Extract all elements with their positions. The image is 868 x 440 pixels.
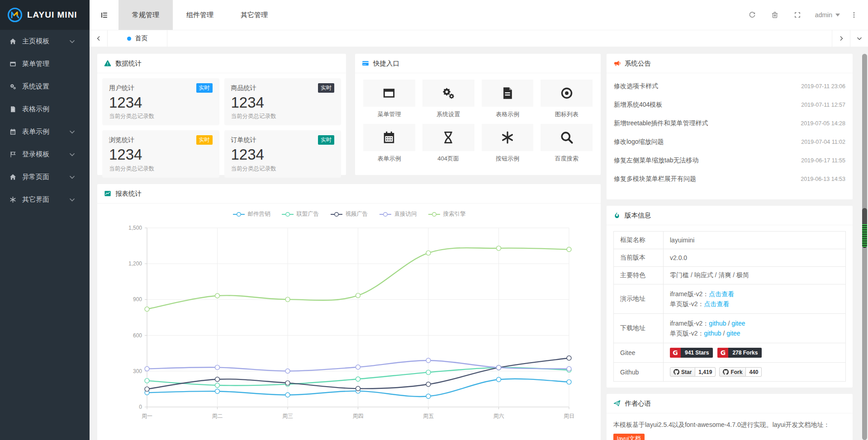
chart-legend: 邮件营销联盟广告视频广告直接访问搜索引擎 <box>97 210 601 218</box>
tab-scroll-right-button[interactable] <box>832 30 850 47</box>
menu-collapse-button[interactable] <box>90 0 119 30</box>
version-info-header: 版本信息 <box>607 206 853 225</box>
legend-marker-icon <box>379 212 392 217</box>
bullhorn-icon <box>613 60 621 67</box>
link-gitee[interactable]: gitee <box>731 320 745 327</box>
tab-home-label: 首页 <box>135 34 148 43</box>
legend-item-联盟广告[interactable]: 联盟广告 <box>281 210 319 218</box>
sidebar-item-系统设置[interactable]: 系统设置 <box>0 75 90 98</box>
tab-operations-button[interactable] <box>850 30 868 47</box>
page-content: 数据统计 用户统计 实时 1234 当前分类总记录数 商品统计 实时 1234 … <box>90 47 868 440</box>
github-fork-badge[interactable]: Fork440 <box>719 367 762 377</box>
quick-entry-label: 404页面 <box>422 155 474 163</box>
version-value: 零门槛 / 响应式 / 清爽 / 极简 <box>670 271 749 279</box>
realtime-badge: 实时 <box>196 135 213 145</box>
user-dropdown[interactable]: admin <box>809 11 846 19</box>
version-row-label: 框架名称 <box>614 232 664 249</box>
svg-text:周日: 周日 <box>564 413 574 419</box>
legend-label: 搜索引擎 <box>443 210 466 218</box>
notice-text: 修改选项卡样式 <box>614 82 658 90</box>
version-value: layuimini <box>670 237 694 244</box>
notice-item[interactable]: 修改logo缩放问题 2019-07-04 11:02 <box>614 132 845 151</box>
legend-item-搜索引擎[interactable]: 搜索引擎 <box>428 210 466 218</box>
notice-text: 修复左侧菜单缩放tab无法移动 <box>614 156 698 165</box>
legend-item-视频广告[interactable]: 视频广告 <box>330 210 368 218</box>
link-点击查看[interactable]: 点击查看 <box>709 290 734 298</box>
tab-scroll-left-button[interactable] <box>90 30 108 47</box>
svg-text:900: 900 <box>133 296 142 303</box>
quick-entry-百度搜索[interactable]: 百度搜索 <box>541 124 593 163</box>
refresh-button[interactable] <box>741 0 764 30</box>
svg-text:周六: 周六 <box>493 413 504 419</box>
fullscreen-button[interactable] <box>786 0 809 30</box>
author-words-header: 作者心语 <box>607 394 853 413</box>
sidebar-item-菜单管理[interactable]: 菜单管理 <box>0 52 90 75</box>
home-icon <box>9 174 18 180</box>
logo[interactable]: LAYUI MINI <box>0 0 90 30</box>
notice-item[interactable]: 修改选项卡样式 2019-07-11 23:06 <box>614 77 845 95</box>
version-row-label: Github <box>614 363 664 382</box>
page-scrollbar-thumb[interactable] <box>862 208 867 248</box>
notice-item[interactable]: 修复左侧菜单缩放tab无法移动 2019-06-17 11:55 <box>614 151 845 170</box>
stat-box-用户统计: 用户统计 实时 1234 当前分类总记录数 <box>102 78 219 125</box>
legend-label: 邮件营销 <box>248 210 270 218</box>
notice-item[interactable]: 修复多模块菜单栏展开有问题 2019-06-13 14:53 <box>614 170 845 188</box>
user-name: admin <box>815 11 832 19</box>
legend-marker-icon <box>281 212 294 217</box>
scrollbar-stripes-decoration <box>862 224 867 248</box>
svg-text:周四: 周四 <box>353 413 364 419</box>
link-github[interactable]: github <box>709 320 726 327</box>
more-actions-button[interactable] <box>846 0 862 30</box>
link-点击查看[interactable]: 点击查看 <box>704 300 729 308</box>
line-chart-icon <box>104 190 111 197</box>
sidebar-item-登录模板[interactable]: 登录模板 <box>0 143 90 166</box>
left-column: 数据统计 用户统计 实时 1234 当前分类总记录数 商品统计 实时 1234 … <box>97 54 601 440</box>
notice-text: 新增系统404模板 <box>614 101 662 109</box>
notice-date: 2019-07-11 12:57 <box>801 102 845 108</box>
github-star-badge[interactable]: Star1,419 <box>670 367 716 377</box>
nav-tab-其它管理[interactable]: 其它管理 <box>227 0 281 30</box>
quick-entry-菜单管理[interactable]: 菜单管理 <box>363 80 415 118</box>
sidebar-item-异常页面[interactable]: 异常页面 <box>0 166 90 188</box>
sidebar-item-其它界面[interactable]: 其它界面 <box>0 188 90 211</box>
layui-doc-badge[interactable]: layui文档 <box>613 434 645 440</box>
notice-item[interactable]: 新增treetable插件和菜单管理样式 2019-07-05 14:28 <box>614 114 845 132</box>
version-row: 主要特色零门槛 / 响应式 / 清爽 / 极简 <box>614 267 846 284</box>
realtime-badge: 实时 <box>196 83 213 93</box>
hourglass-icon <box>441 131 455 144</box>
link-github[interactable]: github <box>704 330 721 337</box>
quick-tile <box>541 124 593 151</box>
github-badge-count: 440 <box>746 367 762 377</box>
quick-entry-表单示例[interactable]: 表单示例 <box>363 124 415 163</box>
quick-entry-按钮示例[interactable]: 按钮示例 <box>482 124 534 163</box>
legend-item-邮件营销[interactable]: 邮件营销 <box>232 210 270 218</box>
legend-label: 直接访问 <box>394 210 417 218</box>
version-row: 当前版本v2.0.0 <box>614 249 846 267</box>
gitee-badge[interactable]: G278 Forks <box>717 348 762 358</box>
quick-entry-系统设置[interactable]: 系统设置 <box>422 80 474 118</box>
version-table: 框架名称layuimini当前版本v2.0.0主要特色零门槛 / 响应式 / 清… <box>613 231 846 382</box>
quick-entry-表格示例[interactable]: 表格示例 <box>482 80 534 118</box>
tab-home[interactable]: 首页 <box>108 30 167 47</box>
gitee-badge[interactable]: G941 Stars <box>670 348 713 358</box>
quick-entry-header: 快捷入口 <box>355 54 601 73</box>
stat-label: 订单统计 <box>231 136 256 144</box>
stat-caption: 当前分类总记录数 <box>231 165 335 173</box>
nav-tab-常规管理[interactable]: 常规管理 <box>119 0 173 30</box>
version-row-label: Gitee <box>614 343 664 363</box>
nav-tab-组件管理[interactable]: 组件管理 <box>173 0 227 30</box>
gitee-logo-icon: G <box>670 348 681 358</box>
legend-item-直接访问[interactable]: 直接访问 <box>379 210 417 218</box>
quick-entry-图标列表[interactable]: 图标列表 <box>541 80 593 118</box>
page-scrollbar-track[interactable] <box>862 54 867 440</box>
sidebar-item-表格示例[interactable]: 表格示例 <box>0 98 90 120</box>
line-chart[interactable]: 03006009001,2001,500周一周二周三周四周五周六周日 <box>104 220 594 432</box>
notice-item[interactable]: 新增系统404模板 2019-07-11 12:57 <box>614 95 845 114</box>
notice-text: 修复多模块菜单栏展开有问题 <box>614 175 696 183</box>
sidebar-item-表单示例[interactable]: 表单示例 <box>0 120 90 143</box>
link-gitee[interactable]: gitee <box>726 330 740 337</box>
quick-entry-404页面[interactable]: 404页面 <box>422 124 474 163</box>
sidebar-item-主页模板[interactable]: 主页模板 <box>0 30 90 52</box>
clear-cache-button[interactable] <box>764 0 786 30</box>
card-title: 作者心语 <box>625 399 651 408</box>
